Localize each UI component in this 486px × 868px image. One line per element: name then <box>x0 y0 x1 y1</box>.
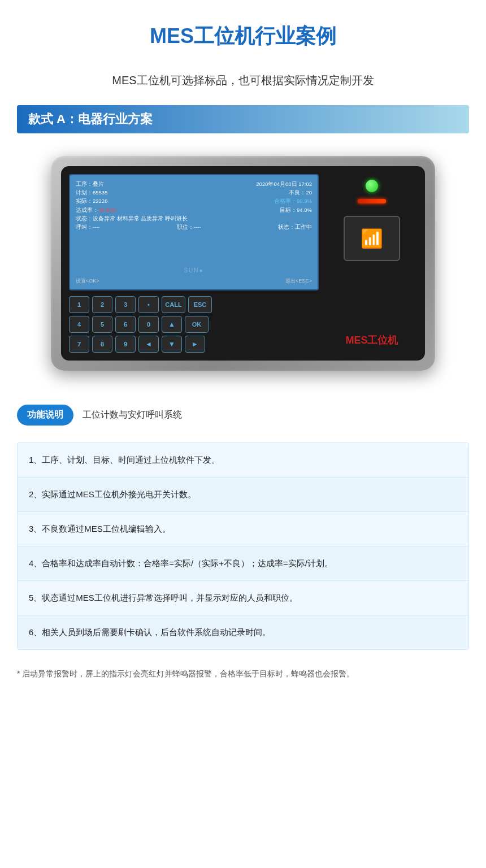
key-6[interactable]: 6 <box>115 316 136 333</box>
key-up[interactable]: ▲ <box>162 316 182 333</box>
info-item-5: 5、状态通过MES工位机进行异常选择呼叫，并显示对应的人员和职位。 <box>18 581 468 615</box>
card-reader: 📶 <box>344 216 400 261</box>
key-5[interactable]: 5 <box>92 316 112 333</box>
key-call[interactable]: CALL <box>162 296 185 313</box>
green-indicator <box>366 180 378 192</box>
key-7[interactable]: 7 <box>69 336 89 353</box>
key-1[interactable]: 1 <box>69 296 89 313</box>
info-item-1: 1、工序、计划、目标、时间通过上位机软件下发。 <box>18 443 468 478</box>
screen-row4-right: 目标：94.0% <box>280 206 312 214</box>
key-0[interactable]: 0 <box>138 316 159 333</box>
feature-section: 功能说明 工位计数与安灯呼叫系统 <box>0 393 486 437</box>
device-screen: 工序：叠片 2020年04月08日 17:02 计划：65535 不良：20 实… <box>69 174 319 290</box>
screen-row4-left-label: 达成率：33.92% <box>76 206 116 214</box>
keypad: 1 2 3 • CALL ESC 4 5 6 0 ▲ OK <box>69 296 319 353</box>
device-right: 📶 MES工位机 <box>327 174 417 353</box>
key-left[interactable]: ◄ <box>138 336 159 353</box>
screen-bottom-left: 设置<OK> <box>76 277 99 285</box>
screen-row2-right: 不良：20 <box>289 188 312 197</box>
screen-watermark: SUN● <box>184 267 203 274</box>
key-2[interactable]: 2 <box>92 296 112 313</box>
screen-row1-right: 2020年04月08日 17:02 <box>256 180 312 188</box>
section-a-header: 款式 A：电器行业方案 <box>17 105 469 133</box>
device-inner: 工序：叠片 2020年04月08日 17:02 计划：65535 不良：20 实… <box>61 166 425 361</box>
screen-row6-right: 状态：工作中 <box>278 223 312 231</box>
key-dot[interactable]: • <box>138 296 159 313</box>
screen-row5: 状态：设备异常 材料异常 品质异常 呼叫班长 <box>76 214 188 223</box>
page-title: MES工位机行业案例 <box>0 0 486 62</box>
screen-row6-left: 呼叫：---- <box>76 223 100 231</box>
key-4[interactable]: 4 <box>69 316 89 333</box>
keypad-row-2: 4 5 6 0 ▲ OK <box>69 316 319 333</box>
key-esc[interactable]: ESC <box>188 296 212 313</box>
feature-description: 工位计数与安灯呼叫系统 <box>83 409 182 421</box>
device-container: 工序：叠片 2020年04月08日 17:02 计划：65535 不良：20 实… <box>0 133 486 393</box>
info-item-6: 6、相关人员到场后需要刷卡确认，后台软件系统自动记录时间。 <box>18 615 468 649</box>
screen-row1-left: 工序：叠片 <box>76 180 104 188</box>
key-3[interactable]: 3 <box>115 296 136 313</box>
note-text: * 启动异常报警时，屏上的指示灯会亮红灯并蜂鸣器报警，合格率低于目标时，蜂鸣器也… <box>17 667 469 681</box>
key-right[interactable]: ► <box>185 336 205 353</box>
key-9[interactable]: 9 <box>115 336 136 353</box>
key-down[interactable]: ▼ <box>162 336 182 353</box>
device-mes-label: MES工位机 <box>345 333 398 353</box>
key-ok[interactable]: OK <box>185 316 209 333</box>
screen-row6-mid: 职位：---- <box>177 223 201 231</box>
device-shell: 工序：叠片 2020年04月08日 17:02 计划：65535 不良：20 实… <box>51 156 435 371</box>
card-reader-icon: 📶 <box>361 228 383 249</box>
page-subtitle: MES工位机可选择标品，也可根据实际情况定制开发 <box>0 62 486 105</box>
info-item-2: 2、实际通过MES工位机外接光电开关计数。 <box>18 478 468 512</box>
screen-row3-right: 合格率：99.9% <box>274 197 312 205</box>
info-list: 1、工序、计划、目标、时间通过上位机软件下发。 2、实际通过MES工位机外接光电… <box>17 442 469 650</box>
screen-row2-left: 计划：65535 <box>76 188 107 197</box>
red-indicator-bar <box>358 199 386 203</box>
keypad-row-1: 1 2 3 • CALL ESC <box>69 296 319 313</box>
screen-bottom-right: 退出<ESC> <box>285 277 312 285</box>
section-a-title: 款式 A：电器行业方案 <box>28 112 153 126</box>
info-item-4: 4、合格率和达成率自动计数：合格率=实际/（实际+不良）；达成率=实际/计划。 <box>18 546 468 581</box>
screen-bottom: 设置<OK> 退出<ESC> <box>76 277 312 285</box>
device-left: 工序：叠片 2020年04月08日 17:02 计划：65535 不良：20 实… <box>69 174 319 353</box>
screen-row3-left: 实际：22228 <box>76 197 107 205</box>
keypad-row-3: 7 8 9 ◄ ▼ ► <box>69 336 319 353</box>
note-section: * 启动异常报警时，屏上的指示灯会亮红灯并蜂鸣器报警，合格率低于目标时，蜂鸣器也… <box>0 656 486 704</box>
feature-badge: 功能说明 <box>17 405 73 426</box>
key-8[interactable]: 8 <box>92 336 112 353</box>
info-item-3: 3、不良数通过MES工位机编辑输入。 <box>18 512 468 546</box>
